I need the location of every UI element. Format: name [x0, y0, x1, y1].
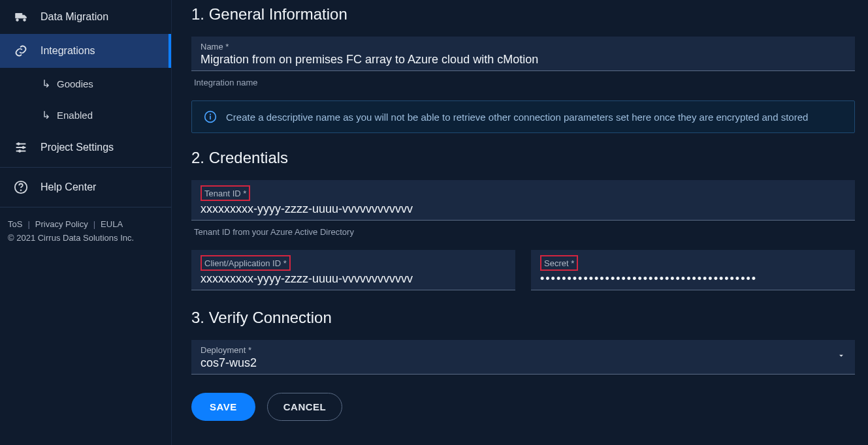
footer-tos[interactable]: ToS — [8, 219, 22, 229]
tenant-hint: Tenant ID from your Azure Active Directo… — [194, 227, 855, 237]
save-button[interactable]: SAVE — [191, 393, 255, 421]
sidebar-sub-enabled[interactable]: ↳ Enabled — [0, 99, 171, 130]
client-label: Client/Application ID * — [204, 258, 287, 268]
svg-point-6 — [210, 114, 211, 115]
tenant-input[interactable] — [201, 202, 846, 216]
sidebar-item-label: Data Migration — [40, 11, 108, 23]
section-3-title: 3. Verify Connection — [191, 309, 855, 327]
footer-copyright: © 2021 Cirrus Data Solutions Inc. — [8, 233, 163, 243]
tenant-field[interactable]: Tenant ID * — [191, 180, 855, 221]
footer-links: ToS | Privacy Policy | EULA © 2021 Cirru… — [0, 210, 171, 252]
name-input[interactable] — [201, 53, 846, 67]
section-2-title: 2. Credentials — [191, 149, 855, 167]
sidebar-item-integrations[interactable]: Integrations — [0, 34, 171, 68]
chevron-down-icon — [837, 351, 846, 363]
svg-rect-7 — [210, 115, 211, 119]
footer-eula[interactable]: EULA — [101, 219, 123, 229]
secret-field[interactable]: Secret * — [531, 250, 855, 290]
svg-point-1 — [22, 146, 25, 149]
sidebar-item-label: Integrations — [40, 45, 95, 57]
help-icon — [13, 179, 29, 195]
sidebar-sub-goodies[interactable]: ↳ Goodies — [0, 68, 171, 99]
deployment-field[interactable]: Deployment * cos7-wus2 — [191, 340, 855, 375]
divider — [0, 207, 171, 207]
info-icon — [204, 110, 217, 123]
link-icon — [13, 43, 29, 59]
sidebar-item-label: Help Center — [40, 181, 96, 193]
sidebar-item-data-migration[interactable]: Data Migration — [0, 0, 171, 34]
name-hint: Integration name — [194, 78, 855, 87]
sidebar: Data Migration Integrations ↳ Goodies ↳ … — [0, 0, 172, 445]
return-arrow-icon: ↳ — [42, 78, 50, 90]
return-arrow-icon: ↳ — [42, 109, 50, 121]
name-field[interactable]: Name * — [191, 37, 855, 71]
sidebar-item-help-center[interactable]: Help Center — [0, 170, 171, 204]
svg-point-4 — [20, 190, 22, 191]
name-label: Name * — [201, 42, 846, 52]
sidebar-item-label: Project Settings — [40, 142, 114, 153]
sliders-icon — [13, 140, 29, 155]
footer-privacy[interactable]: Privacy Policy — [35, 219, 88, 229]
divider — [0, 167, 171, 168]
tenant-label: Tenant ID * — [204, 189, 246, 198]
secret-label: Secret * — [544, 258, 574, 268]
truck-icon — [13, 9, 29, 25]
main-content: 1. General Information Name * Integratio… — [172, 0, 868, 445]
sidebar-sub-label: Enabled — [57, 110, 93, 121]
deployment-value: cos7-wus2 — [201, 356, 846, 370]
client-field[interactable]: Client/Application ID * — [191, 250, 515, 290]
sidebar-sub-label: Goodies — [57, 78, 93, 89]
svg-point-0 — [18, 143, 20, 146]
cancel-button[interactable]: CANCEL — [267, 393, 343, 421]
info-banner: Create a descriptive name as you will no… — [191, 100, 855, 133]
svg-point-2 — [18, 150, 21, 153]
sidebar-item-project-settings[interactable]: Project Settings — [0, 130, 171, 164]
action-row: SAVE CANCEL — [191, 393, 855, 421]
client-input[interactable] — [201, 272, 506, 286]
info-text: Create a descriptive name as you will no… — [226, 112, 808, 123]
deployment-label: Deployment * — [201, 345, 846, 355]
secret-input[interactable] — [540, 272, 846, 286]
section-1-title: 1. General Information — [191, 5, 855, 23]
